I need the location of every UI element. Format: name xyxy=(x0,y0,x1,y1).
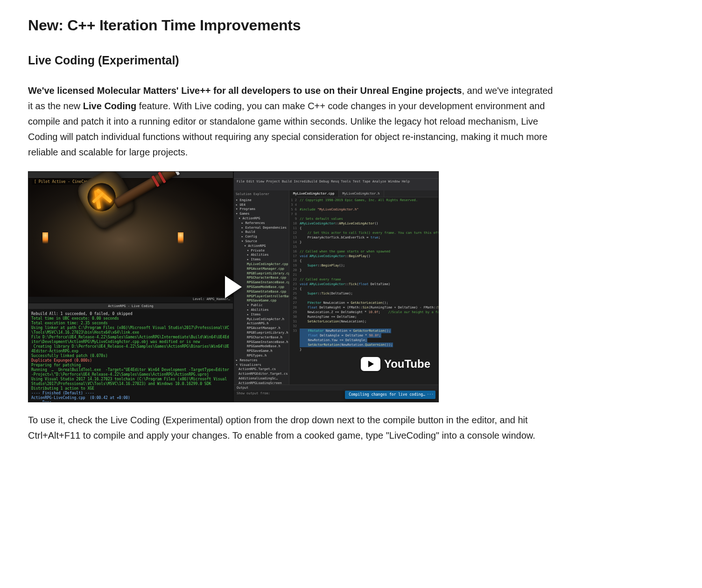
youtube-logo-icon xyxy=(361,357,380,371)
vs-tab: MyLiveCodingActor.cpp xyxy=(289,190,339,197)
vs-output-from: Show output from: xyxy=(237,392,270,395)
console-log: Rebuild All: 1 succeeded, 0 failed, 0 sk… xyxy=(31,312,230,402)
vs-output-pane: Output Show output from: Compiling chang… xyxy=(234,385,438,402)
compiling-toast: Compiling changes for live coding… xyxy=(345,391,435,399)
play-icon[interactable] xyxy=(225,276,242,298)
vs-tab: MyLiveCodingActor.h xyxy=(339,190,384,197)
vs-explorer-header: Solution Explorer xyxy=(236,192,287,197)
vs-solution-explorer: Solution Explorer EngineUE4ProgramsGames… xyxy=(234,190,289,385)
video-thumbnail[interactable]: [ Pilot Active - CineCameraActor ] xyxy=(28,171,439,402)
section-subheading: Live Coding (Experimental) xyxy=(28,51,674,70)
intro-paragraph: We've licensed Molecular Matters' Live++… xyxy=(28,83,555,160)
console-title: ActionRPG - Live Coding xyxy=(28,303,233,309)
video-pane-game: [ Pilot Active - CineCameraActor ] xyxy=(28,171,233,303)
intro-feature-bold: Live Coding xyxy=(83,101,136,111)
youtube-label: YouTube xyxy=(384,355,430,373)
vs-output-header: Output xyxy=(237,386,248,390)
intro-lead-bold: We've licensed Molecular Matters' Live++… xyxy=(28,85,462,96)
vs-menu-bar: File Edit View Project Build IncrediBuil… xyxy=(234,179,438,184)
page-heading: New: C++ Iteration Time Improvements xyxy=(28,13,674,38)
video-pane-console: ActionRPG - Live Coding Rebuild All: 1 s… xyxy=(28,303,233,402)
game-level-bar: Level: ARPG_Hammer… xyxy=(28,297,233,302)
youtube-badge[interactable]: YouTube xyxy=(361,355,430,373)
usage-paragraph: To use it, check the Live Coding (Experi… xyxy=(28,413,555,443)
vs-tabs: MyLiveCodingActor.cppMyLiveCodingActor.h xyxy=(289,190,438,197)
